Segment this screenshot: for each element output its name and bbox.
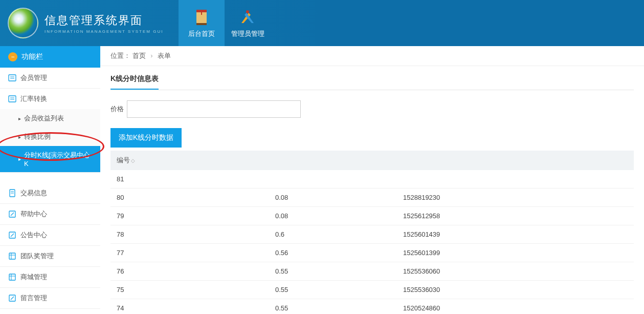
cell-price: 0.55 xyxy=(275,304,403,312)
price-form-row: 价格 xyxy=(110,100,634,118)
sidebar-item-label: 帮助中心 xyxy=(20,210,47,219)
sidebar-item-members[interactable]: 会员管理 xyxy=(0,68,100,89)
cell-price: 0.55 xyxy=(275,286,403,294)
caret-right-icon: ▸ xyxy=(18,116,21,121)
breadcrumb-home[interactable]: 首页 xyxy=(132,52,146,59)
table-row[interactable]: 760.551525536060 xyxy=(110,262,634,281)
cell-ts: 1520524860 xyxy=(403,304,628,312)
sidebar-sub-kline[interactable]: ▸ 分时K线[演示交易中心K xyxy=(0,146,100,172)
cell-price: 0.56 xyxy=(275,249,403,257)
app-title: 信息管理系统界面 xyxy=(45,13,163,28)
cell-price: 0.6 xyxy=(275,231,403,238)
edit-icon xyxy=(8,294,16,302)
sidebar-item-label: 公告中心 xyxy=(20,231,47,240)
svg-rect-5 xyxy=(9,75,16,81)
nav-tab-admin[interactable]: 管理员管理 xyxy=(225,0,271,46)
panel-title: K线分时信息表 xyxy=(110,74,159,90)
cell-ts xyxy=(403,175,628,183)
cell-price: 0.55 xyxy=(275,267,403,275)
sidebar-header: − 功能栏 xyxy=(0,46,100,68)
sidebar-item-message[interactable]: 留言管理 xyxy=(0,288,100,309)
table-row[interactable]: 790.081525612958 xyxy=(110,207,634,225)
sidebar-sub-label: 转换比例 xyxy=(24,132,51,141)
svg-point-4 xyxy=(246,10,249,13)
app-subtitle: INFORMATION MANAGEMENT SYSTEM GUI xyxy=(45,29,163,34)
table-row[interactable]: 740.551520524860 xyxy=(110,299,634,314)
table-row[interactable]: 770.561525601399 xyxy=(110,244,634,262)
sidebar-submenu-exchange: ▸ 会员收益列表 ▸ 转换比例 ▸ 分时K线[演示交易中心K xyxy=(0,109,100,172)
svg-rect-2 xyxy=(201,10,202,15)
tools-icon xyxy=(238,8,257,26)
list-icon xyxy=(8,74,16,82)
sidebar-sub-ratio[interactable]: ▸ 转换比例 xyxy=(0,128,100,146)
svg-rect-19 xyxy=(9,274,15,280)
sidebar-item-wechat[interactable]: 微信管理 xyxy=(0,309,100,314)
sidebar-header-label: 功能栏 xyxy=(21,52,43,61)
minus-circle-icon: − xyxy=(8,52,17,61)
nav-tab-home[interactable]: 后台首页 xyxy=(179,0,225,46)
grid-icon xyxy=(8,273,16,281)
edit-icon xyxy=(8,231,16,239)
caret-right-icon: ▸ xyxy=(18,134,21,140)
price-input[interactable] xyxy=(127,100,301,118)
sidebar-item-label: 商城管理 xyxy=(20,273,47,282)
app-header: 信息管理系统界面 INFORMATION MANAGEMENT SYSTEM G… xyxy=(0,0,644,46)
sidebar-sub-earnings[interactable]: ▸ 会员收益列表 xyxy=(0,109,100,128)
cell-ts: 1528819230 xyxy=(403,194,628,201)
sidebar-item-help[interactable]: 帮助中心 xyxy=(0,204,100,225)
cell-ts: 1525601439 xyxy=(403,231,628,238)
sidebar-sub-label: 分时K线[演示交易中心K xyxy=(24,151,92,168)
table-row[interactable]: 81 xyxy=(110,170,634,189)
data-table: 编号◇ 81800.081528819230790.08152561295878… xyxy=(110,151,634,314)
cell-id: 79 xyxy=(117,212,275,220)
cell-price: 0.08 xyxy=(275,194,403,201)
svg-rect-3 xyxy=(196,23,207,25)
cell-id: 74 xyxy=(117,304,275,312)
table-row[interactable]: 800.081528819230 xyxy=(110,189,634,207)
app-logo xyxy=(8,8,38,38)
svg-rect-16 xyxy=(9,253,15,259)
breadcrumb-current: 表单 xyxy=(158,52,171,59)
cell-ts: 1525536060 xyxy=(403,267,628,275)
cell-ts: 1525612958 xyxy=(403,212,628,220)
sidebar-item-trade[interactable]: 交易信息 xyxy=(0,183,100,204)
header-nav-tabs: 后台首页 管理员管理 xyxy=(179,0,271,46)
table-row[interactable]: 750.551525536030 xyxy=(110,281,634,299)
main-content: 位置： 首页 › 表单 K线分时信息表 价格 添加K线分时数据 编号◇ xyxy=(100,46,644,314)
cell-ts: 1525536030 xyxy=(403,286,628,294)
nav-tab-home-label: 后台首页 xyxy=(188,29,215,38)
breadcrumb-label: 位置： xyxy=(110,52,130,59)
sidebar-item-label: 交易信息 xyxy=(20,189,47,198)
grid-icon xyxy=(8,252,16,260)
cell-price xyxy=(275,175,403,183)
cell-id: 75 xyxy=(117,286,275,294)
sidebar-item-announce[interactable]: 公告中心 xyxy=(0,225,100,246)
panel: K线分时信息表 价格 添加K线分时数据 编号◇ 81800.0815288192… xyxy=(100,66,644,314)
sidebar-item-exchange[interactable]: 汇率转换 ▸ 会员收益列表 ▸ 转换比例 ▸ 分时K线[演示交易中心K xyxy=(0,89,100,173)
sidebar-item-mall[interactable]: 商城管理 xyxy=(0,267,100,288)
sidebar: − 功能栏 会员管理 汇率转换 ▸ 会员收益列表 xyxy=(0,46,100,314)
cell-id: 77 xyxy=(117,249,275,257)
cell-price: 0.08 xyxy=(275,212,403,220)
cell-ts: 1525601399 xyxy=(403,249,628,257)
col-id-header[interactable]: 编号◇ xyxy=(117,156,275,165)
cell-id: 78 xyxy=(117,231,275,238)
cell-id: 80 xyxy=(117,194,275,201)
list-icon xyxy=(8,95,16,103)
svg-rect-8 xyxy=(9,96,16,102)
edit-icon xyxy=(8,210,16,218)
breadcrumb: 位置： 首页 › 表单 xyxy=(100,46,644,66)
caret-right-icon: ▸ xyxy=(18,156,21,162)
cell-id: 76 xyxy=(117,267,275,275)
sidebar-item-label: 留言管理 xyxy=(20,294,47,303)
table-body: 81800.081528819230790.081525612958780.61… xyxy=(110,170,634,314)
cell-id: 81 xyxy=(117,175,275,183)
nav-tab-admin-label: 管理员管理 xyxy=(231,29,264,38)
chevron-right-icon: › xyxy=(150,52,152,59)
app-title-block: 信息管理系统界面 INFORMATION MANAGEMENT SYSTEM G… xyxy=(45,13,163,34)
add-kline-button[interactable]: 添加K线分时数据 xyxy=(110,128,182,148)
sidebar-sub-label: 会员收益列表 xyxy=(24,114,64,123)
sidebar-item-team[interactable]: 团队奖管理 xyxy=(0,246,100,267)
price-label: 价格 xyxy=(110,104,124,114)
table-row[interactable]: 780.61525601439 xyxy=(110,225,634,244)
